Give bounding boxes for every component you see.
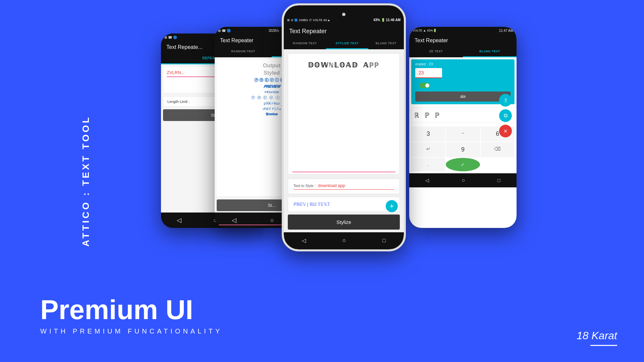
numpad-minus[interactable]: − (446, 126, 480, 141)
dropdown-value: ℙℝ𝔼𝕍 | ℝ𝕌 𝕋𝔼𝕏𝕋 (293, 202, 330, 207)
generated-input[interactable]: 23 (415, 68, 442, 78)
home-nav-mid[interactable]: ○ (270, 217, 274, 224)
input-value-main: download app (318, 183, 345, 188)
status-icons-right: VOLTE ▲ 43%🔋 (413, 29, 437, 32)
tab-random-main[interactable]: RANDOM TEXT (284, 38, 326, 49)
generate-btn-right[interactable]: ate (415, 92, 511, 102)
back-nav-mid[interactable]: ◁ (232, 217, 236, 224)
fab-copy-right[interactable]: ⧉ (499, 109, 512, 122)
fab-group-right: ⇧ ⧉ × (499, 94, 512, 137)
tab-blank-right[interactable]: BLANK TEXT (463, 46, 517, 57)
numpad-3[interactable]: 3 (411, 126, 445, 141)
numpad-confirm[interactable]: ✓ (446, 158, 480, 171)
generated-label: erated : 23 (415, 62, 511, 66)
numpad-dot[interactable]: . (411, 158, 445, 171)
stylize-button[interactable]: Stylize (288, 215, 400, 230)
status-icons-mid: ⊠ ☎ 🔵 (218, 29, 231, 33)
status-icons-main: ⊠ ⊘ 🔵 109B/s ⏱ VOLTE 4G▲ (287, 18, 330, 22)
numpad-enter[interactable]: ↵ (411, 142, 445, 157)
back-nav-right[interactable]: ◁ (425, 178, 429, 183)
phone-back-right: VOLTE ▲ 43%🔋 11:47 AM Text Repeater ZE T… (409, 27, 517, 228)
input-label-main: Text to Style : download app (293, 183, 394, 188)
fab-share-right[interactable]: ⇧ (499, 94, 512, 107)
input-underline (293, 189, 394, 190)
home-nav-right[interactable]: ○ (462, 177, 465, 183)
tab-blank-main[interactable]: BLANK TEXT (368, 38, 404, 49)
home-nav-main[interactable]: ○ (342, 237, 346, 244)
styled-text-display: 𝔻𝕆𝕎ℕ𝕃𝕆𝔸𝔻 𝔸ℙℙ (308, 60, 379, 70)
recent-nav-main[interactable]: □ (382, 238, 386, 244)
fab-close-right[interactable]: × (499, 125, 512, 137)
tab-bar-right: ZE TEXT BLANK TEXT (409, 46, 517, 57)
back-nav-main[interactable]: ◁ (302, 237, 306, 244)
camera-dot (342, 13, 345, 16)
tab-stylize-right[interactable]: ZE TEXT (409, 46, 463, 57)
status-bar-right: VOLTE ▲ 43%🔋 11:47 AM (409, 27, 517, 34)
phone-top-area: ⊠ ⊘ 🔵 109B/s ⏱ VOLTE 4G▲ 43% 🔋 11:46 AM … (284, 5, 404, 49)
content-main: 𝔻𝕆𝕎ℕ𝕃𝕆𝔸𝔻 𝔸ℙℙ Text to Style : download ap… (284, 49, 404, 232)
recent-nav-right[interactable]: □ (497, 178, 500, 183)
app-vertical-title: ATTICO : TEXT TOOL (80, 115, 91, 247)
underline-pink-main (292, 172, 395, 172)
nav-bar-right: ◁ ○ □ (409, 173, 517, 187)
fab-plus-button[interactable]: + (386, 200, 398, 212)
main-phone-screen: ⊠ ⊘ 🔵 109B/s ⏱ VOLTE 4G▲ 43% 🔋 11:46 AM … (284, 5, 404, 249)
styled-text-box: 𝔻𝕆𝕎ℕ𝕃𝕆𝔸𝔻 𝔸ℙℙ (288, 53, 400, 175)
status-icons-left: ⊠ ☎ 🔵 (164, 36, 177, 39)
toggle-switch[interactable] (419, 83, 430, 88)
phones-container: ⊠ ☎ 🔵 Text Repeate... REPEAT TEXT ZVLRN.… (141, 0, 644, 362)
app-title-main: Text Repeater (284, 24, 404, 38)
tab-bar-main: RANDOM TEXT STYLIZE TEXT BLANK TEXT (284, 38, 404, 49)
phone-main: ⊠ ⊘ 🔵 109B/s ⏱ VOLTE 4G▲ 43% 🔋 11:46 AM … (282, 3, 406, 251)
app-title-right: Text Repeater (409, 34, 517, 46)
tab-stylize-main[interactable]: STYLIZE TEXT (326, 38, 368, 49)
dropdown-row[interactable]: ℙℝ𝔼𝕍 | ℝ𝕌 𝕋𝔼𝕏𝕋 ▾ (288, 197, 400, 212)
status-bar-main: ⊠ ⊘ 🔵 109B/s ⏱ VOLTE 4G▲ 43% 🔋 11:46 AM (284, 16, 404, 24)
numpad-9[interactable]: 9 (446, 142, 480, 157)
numpad-backspace[interactable]: ⌫ (481, 142, 515, 157)
back-nav-left[interactable]: ◁ (177, 217, 181, 224)
nav-bar-main: ◁ ○ □ (284, 232, 404, 249)
text-input-row[interactable]: Text to Style : download app (288, 179, 400, 194)
toggle-row (415, 81, 511, 90)
tab-random-mid[interactable]: RANDOM TEXT (215, 46, 272, 57)
